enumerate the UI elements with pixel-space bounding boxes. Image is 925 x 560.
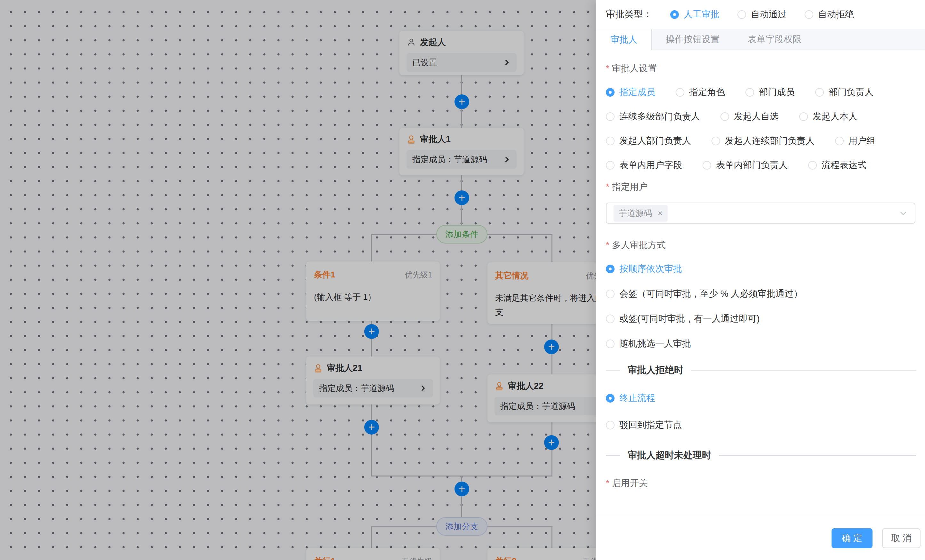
radio-label: 按顺序依次审批 [619,263,682,275]
approver-setting-row: 表单内用户字段 表单内部门负责人 流程表达式 [606,159,916,171]
radio-label: 部门负责人 [829,86,874,98]
radio-user-group[interactable]: 用户组 [835,135,875,147]
radio-flow-expression[interactable]: 流程表达式 [808,159,866,171]
radio-label: 连续多级部门负责人 [619,110,700,123]
timeout-section-title: 审批人超时未处理时 [620,449,719,462]
workflow-designer: 发起人 已设置 + 审批人1 指定成 [0,0,925,560]
radio-label: 指定成员 [619,86,655,98]
timeout-section-divider: 审批人超时未处理时 [606,449,916,462]
tab-approver[interactable]: 审批人 [596,29,652,50]
radio-label: 表单内用户字段 [619,159,682,171]
radio-dot [737,10,746,19]
radio-form-user-field[interactable]: 表单内用户字段 [606,159,682,171]
radio-label: 或签(可同时审批，有一人通过即可) [619,313,760,325]
radio-dot [799,112,808,121]
tab-label: 表单字段权限 [748,33,801,45]
assign-user-label: 指定用户 [606,181,916,193]
approver-setting-row: 连续多级部门负责人 发起人自选 发起人本人 [606,110,916,123]
radio-manual-approve[interactable]: 人工审批 [670,8,720,21]
multi-mode-options: 按顺序依次审批 会签（可同时审批，至少 % 人必须审批通过） 或签(可同时审批，… [606,263,916,350]
multi-mode-label: 多人审批方式 [606,239,916,251]
radio-dot [606,88,615,96]
radio-dept-leader[interactable]: 部门负责人 [815,86,874,98]
radio-dot [606,315,615,323]
radio-dot [720,112,729,121]
radio-initiator-self[interactable]: 发起人本人 [799,110,857,123]
tab-label: 操作按钮设置 [666,33,720,45]
approver-setting-row: 指定成员 指定角色 部门成员 部门负责人 [606,86,916,98]
radio-auto-reject[interactable]: 自动拒绝 [804,8,854,21]
radio-label: 发起人部门负责人 [619,135,691,147]
radio-label: 自动通过 [751,8,787,21]
radio-dot [808,161,817,170]
reject-options: 终止流程 驳回到指定节点 [606,392,916,431]
radio-label: 自动拒绝 [818,8,854,21]
chevron-down-icon [899,209,908,218]
approver-setting-row: 发起人部门负责人 发起人连续部门负责人 用户组 [606,135,916,147]
confirm-button[interactable]: 确 定 [832,528,872,548]
radio-dot [835,137,844,145]
radio-initiator-dept-leader[interactable]: 发起人部门负责人 [606,135,691,147]
approver-settings-drawer: 审批类型： 人工审批 自动通过 自动拒绝 审批人 操作按钮设置 表单字段权限 审… [596,0,925,560]
radio-dot [606,161,615,170]
tab-button-settings[interactable]: 操作按钮设置 [652,29,734,50]
radio-dot [606,394,615,403]
radio-dot [606,340,615,348]
assign-user-select[interactable]: 芋道源码 × [606,203,915,224]
radio-random-one[interactable]: 随机挑选一人审批 [606,337,916,350]
radio-countersign[interactable]: 会签（可同时审批，至少 % 人必须审批通过） [606,288,916,300]
radio-dot [670,10,679,19]
user-tag-label: 芋道源码 [619,208,652,219]
radio-form-dept-leader[interactable]: 表单内部门负责人 [702,159,788,171]
radio-dot [746,88,754,96]
reject-section-title: 审批人拒绝时 [620,364,691,376]
tab-form-field-permission[interactable]: 表单字段权限 [734,29,815,50]
radio-label: 发起人自选 [734,110,779,123]
radio-initiator-multi-dept-leader[interactable]: 发起人连续部门负责人 [711,135,815,147]
reject-section-divider: 审批人拒绝时 [606,364,916,376]
radio-label: 发起人连续部门负责人 [725,135,815,147]
radio-label: 驳回到指定节点 [619,419,682,431]
settings-scroll-area[interactable]: 审批人设置 指定成员 指定角色 部门成员 部门负责人 连续多级部门负责人 发起人… [596,50,925,498]
radio-dot [606,421,615,429]
radio-dot [815,88,824,96]
drawer-footer: 确 定 取 消 [596,516,925,560]
radio-dot [606,265,615,273]
radio-dot [606,112,615,121]
radio-dot [676,88,684,96]
radio-dot [606,137,615,145]
radio-label: 发起人本人 [813,110,857,123]
enable-switch-label: 启用开关 [606,477,916,489]
radio-auto-pass[interactable]: 自动通过 [737,8,787,21]
tag-remove-icon[interactable]: × [655,208,665,218]
approve-type-label: 审批类型： [606,8,652,21]
radio-dept-member[interactable]: 部门成员 [746,86,795,98]
cancel-button[interactable]: 取 消 [882,528,920,548]
radio-label: 人工审批 [684,8,720,21]
radio-sequential-approve[interactable]: 按顺序依次审批 [606,263,916,275]
user-tag: 芋道源码 × [613,205,668,222]
tab-label: 审批人 [610,34,637,46]
settings-tabbar: 审批人 操作按钮设置 表单字段权限 [596,29,925,50]
radio-return-to-node[interactable]: 驳回到指定节点 [606,419,916,431]
radio-label: 流程表达式 [822,159,866,171]
radio-label: 表单内部门负责人 [716,159,788,171]
radio-dot [606,290,615,298]
radio-dot [711,137,720,145]
radio-label: 指定角色 [689,86,725,98]
radio-or-sign[interactable]: 或签(可同时审批，有一人通过即可) [606,313,916,325]
radio-initiator-select[interactable]: 发起人自选 [720,110,779,123]
radio-terminate-flow[interactable]: 终止流程 [606,392,916,404]
radio-designated-member[interactable]: 指定成员 [606,86,655,98]
approver-setting-label: 审批人设置 [606,62,916,75]
approve-type-row: 审批类型： 人工审批 自动通过 自动拒绝 [596,0,925,29]
radio-label: 随机挑选一人审批 [619,337,691,350]
radio-label: 部门成员 [759,86,795,98]
radio-label: 终止流程 [619,392,655,404]
radio-dot [702,161,711,170]
radio-label: 用户组 [848,135,875,147]
radio-label: 会签（可同时审批，至少 % 人必须审批通过） [619,288,802,300]
radio-designated-role[interactable]: 指定角色 [676,86,725,98]
radio-multi-level-dept-leader[interactable]: 连续多级部门负责人 [606,110,700,123]
radio-dot [804,10,813,19]
